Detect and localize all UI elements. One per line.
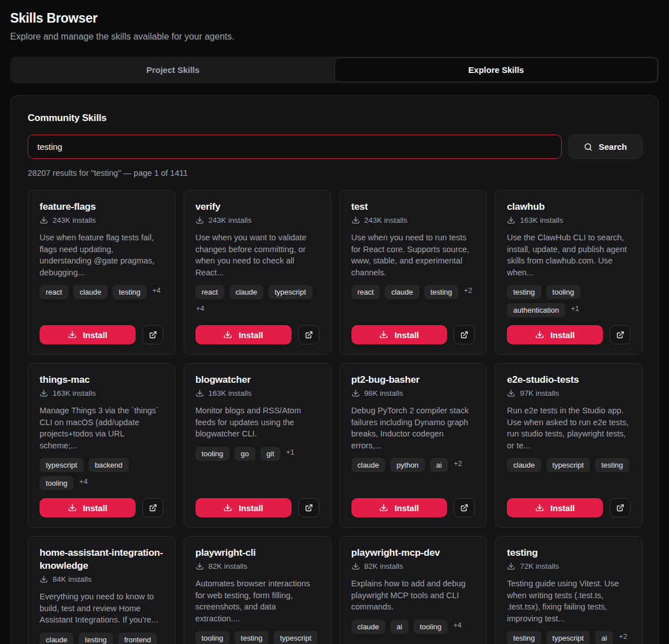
tag: typescript	[546, 458, 590, 472]
installs-count: 163K installs	[53, 389, 96, 397]
skill-card-actions: Install	[196, 325, 319, 344]
skill-installs: 82K installs	[351, 562, 475, 570]
external-link-button[interactable]	[298, 325, 319, 344]
skill-title: testing	[507, 546, 631, 559]
skill-description: Testing guide using Vitest. Use when wri…	[507, 578, 631, 624]
skill-card: verify 243K installs Use when you want t…	[184, 190, 331, 355]
tab-explore-skills[interactable]: Explore Skills	[334, 58, 658, 82]
install-button[interactable]: Install	[196, 325, 292, 344]
more-tags-indicator: +1	[571, 304, 579, 313]
skill-installs: 84K installs	[40, 575, 163, 584]
tag: claude	[351, 458, 385, 472]
tag: typescript	[40, 458, 84, 472]
tag: tooling	[196, 631, 229, 644]
skill-description: Use when you need to run tests for React…	[351, 232, 475, 278]
tag: testing	[507, 631, 541, 644]
skill-title: things-mac	[40, 373, 163, 386]
skill-installs: 163K installs	[196, 389, 319, 397]
skill-title: verify	[196, 200, 319, 213]
external-link-button[interactable]	[454, 325, 475, 344]
tag: tooling	[546, 285, 580, 299]
install-button[interactable]: Install	[507, 325, 603, 344]
skill-card-actions: Install	[40, 498, 163, 517]
installs-count: 82K installs	[364, 562, 403, 570]
external-link-button[interactable]	[142, 498, 163, 517]
external-link-icon	[616, 504, 624, 512]
tag: claude	[351, 620, 385, 634]
installs-count: 82K installs	[208, 562, 247, 570]
search-input[interactable]	[28, 135, 562, 159]
skill-installs: 72K installs	[507, 562, 631, 570]
external-link-button[interactable]	[610, 498, 631, 517]
skill-tags: reactclaudetesting+4	[40, 285, 163, 299]
installs-count: 163K installs	[520, 216, 563, 224]
install-download-icon	[535, 330, 544, 339]
skill-description: Everything you need to know to build, te…	[40, 591, 163, 626]
tag: tooling	[196, 447, 229, 461]
results-summary: 28207 results for "testing" — page 1 of …	[28, 168, 642, 178]
skill-tags: claudeaitooling+4	[351, 620, 475, 634]
tag: testing	[234, 631, 268, 644]
install-button-label: Install	[550, 503, 575, 513]
tag: python	[390, 458, 425, 472]
skill-card-actions: Install	[351, 325, 475, 344]
external-link-icon	[149, 504, 157, 512]
skill-description: Manage Things 3 via the `things` CLI on …	[40, 405, 163, 451]
skill-card: test 243K installs Use when you need to …	[340, 190, 487, 355]
install-button[interactable]: Install	[351, 498, 448, 517]
install-button[interactable]: Install	[196, 498, 292, 517]
skill-tags: claudetypescripttesting	[507, 458, 631, 472]
skill-description: Automates browser interactions for web t…	[196, 578, 319, 624]
skill-title: clawhub	[507, 200, 631, 213]
install-download-icon	[68, 503, 77, 512]
tag: claude	[385, 285, 419, 299]
skill-card-actions: Install	[507, 325, 631, 344]
skill-card: home-assistant-integration-knowledge 84K…	[28, 536, 175, 644]
skill-card: blogwatcher 163K installs Monitor blogs …	[184, 363, 331, 528]
install-button[interactable]: Install	[40, 325, 136, 344]
tag: typescript	[273, 631, 318, 644]
search-icon	[584, 142, 593, 152]
external-link-button[interactable]	[454, 498, 475, 517]
installs-count: 84K installs	[53, 575, 92, 584]
external-link-button[interactable]	[298, 498, 319, 517]
more-tags-indicator: +4	[79, 477, 88, 486]
skill-tags: typescriptbackendtooling+4	[40, 458, 163, 490]
tag: tooling	[40, 476, 73, 490]
skill-title: blogwatcher	[196, 373, 319, 386]
download-icon	[40, 389, 48, 397]
tab-project-skills[interactable]: Project Skills	[11, 58, 334, 82]
more-tags-indicator: +4	[153, 286, 161, 295]
tag: ai	[390, 620, 409, 634]
install-button-label: Install	[394, 503, 419, 513]
search-button[interactable]: Search	[568, 135, 642, 159]
tag: go	[234, 447, 255, 461]
skill-title: test	[351, 200, 475, 213]
installs-count: 98K installs	[364, 389, 403, 397]
skill-description: Use when feature flag tests fail, flags …	[40, 232, 163, 278]
download-icon	[507, 389, 515, 397]
skills-tabbar: Project Skills Explore Skills	[10, 57, 659, 83]
skill-installs: 243K installs	[351, 216, 475, 224]
download-icon	[40, 216, 48, 224]
more-tags-indicator: +4	[453, 621, 462, 629]
installs-count: 243K installs	[364, 216, 408, 224]
external-link-button[interactable]	[610, 325, 631, 344]
skill-description: Explains how to add and debug playwright…	[351, 578, 475, 613]
tag: ai	[595, 631, 613, 644]
download-icon	[507, 216, 515, 224]
download-icon	[196, 389, 204, 397]
external-link-icon	[305, 504, 313, 512]
skills-browser-page: Skills Browser Explore and manage the sk…	[0, 0, 669, 644]
external-link-button[interactable]	[142, 325, 163, 344]
install-download-icon	[379, 330, 388, 339]
install-button[interactable]: Install	[507, 498, 603, 517]
skills-grid: feature-flags 243K installs Use when fea…	[28, 190, 642, 644]
skill-installs: 97K installs	[507, 389, 631, 397]
skill-description: Run e2e tests in the Studio app. Use whe…	[507, 405, 631, 451]
install-button[interactable]: Install	[351, 325, 448, 344]
more-tags-indicator: +2	[619, 632, 627, 641]
installs-count: 243K installs	[53, 216, 96, 224]
installs-count: 163K installs	[208, 389, 252, 397]
install-button[interactable]: Install	[40, 498, 136, 517]
